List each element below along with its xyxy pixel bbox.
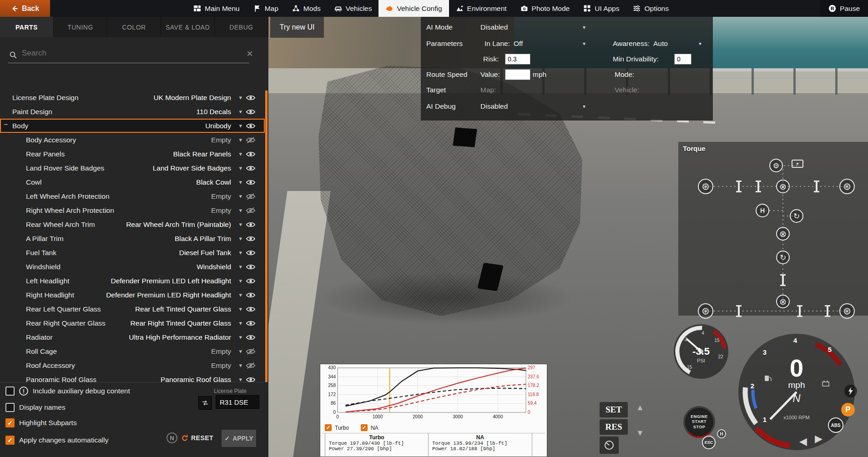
part-row[interactable]: Radiator Ultra High Performance Radiator (0, 330, 265, 344)
part-value[interactable]: Empty (211, 362, 231, 370)
chevron-down-icon[interactable] (239, 348, 242, 355)
part-row[interactable]: Roll Cage Empty (0, 344, 265, 358)
part-row[interactable]: Fuel Tank Diesel Fuel Tank (0, 246, 265, 260)
config-tab[interactable]: COLOR (107, 17, 161, 37)
config-tab[interactable]: PARTS (0, 17, 54, 37)
reset-button[interactable]: RESET (181, 432, 213, 443)
cruise-res-button[interactable]: RES (600, 419, 628, 435)
chevron-down-icon[interactable] (239, 151, 242, 157)
cruise-gauge-button[interactable] (600, 437, 619, 454)
chevron-down-icon[interactable] (239, 193, 242, 200)
try-new-ui-button[interactable]: Try new UI (270, 17, 324, 38)
part-row[interactable]: Roof Accessory Empty (0, 358, 265, 372)
part-value[interactable]: Unibody (205, 122, 231, 130)
decrease-arrow-icon[interactable] (636, 428, 644, 438)
menu-item-main-menu[interactable]: Main Menu (187, 0, 247, 17)
license-plate-randomize-button[interactable] (198, 396, 212, 410)
checkbox[interactable] (5, 403, 15, 412)
chevron-down-icon[interactable] (583, 40, 585, 47)
option-row-display-names[interactable]: Display names (5, 402, 66, 413)
chevron-down-icon[interactable] (239, 277, 242, 284)
chevron-down-icon[interactable] (239, 334, 242, 341)
route-speed-input[interactable] (505, 69, 530, 80)
eye-icon[interactable] (246, 291, 256, 299)
ai-mode-value[interactable]: Disabled (480, 23, 508, 31)
config-tab[interactable]: DEBUG (215, 17, 268, 37)
part-value[interactable]: Black Cowl (196, 178, 231, 186)
eye-icon[interactable] (246, 263, 256, 271)
checkbox[interactable] (5, 418, 15, 427)
eye-icon[interactable] (246, 136, 256, 144)
chevron-down-icon[interactable] (239, 362, 242, 369)
part-row[interactable]: Left Headlight Defender Premium LED Left… (0, 274, 265, 288)
chevron-down-icon[interactable] (239, 165, 242, 171)
part-value[interactable]: Diesel Fuel Tank (179, 249, 231, 257)
chevron-down-icon[interactable] (239, 207, 242, 214)
cruise-set-button[interactable]: SET (600, 402, 628, 417)
eye-icon[interactable] (246, 193, 256, 200)
license-plate-input[interactable] (216, 395, 259, 409)
part-row[interactable]: Body Accessory Empty (0, 133, 265, 147)
part-value[interactable]: Land Rover Side Badges (153, 164, 231, 172)
in-lane-value[interactable]: Off (514, 40, 523, 48)
part-row[interactable]: Body Unibody (0, 119, 265, 133)
option-row-debug-content[interactable]: Include auxiliary debug content (5, 385, 130, 397)
chevron-down-icon[interactable] (239, 235, 242, 242)
part-value[interactable]: 110 Decals (197, 108, 231, 116)
back-button[interactable]: Back (0, 0, 50, 17)
ai-debug-value[interactable]: Disabled (480, 102, 508, 110)
eye-icon[interactable] (246, 108, 256, 116)
eye-icon[interactable] (246, 334, 256, 341)
chevron-down-icon[interactable] (239, 136, 242, 143)
menu-item-photo-mode[interactable]: Photo Mode (514, 0, 577, 17)
part-row[interactable]: Rear Wheel Arch Trim Rear Wheel Arch Tri… (0, 217, 265, 231)
awareness-value[interactable]: Auto (653, 40, 668, 48)
chevron-down-icon[interactable] (583, 24, 585, 30)
part-value[interactable]: Ultra High Performance Radiator (129, 333, 231, 341)
menu-item-environment[interactable]: Environment (449, 0, 514, 17)
part-value[interactable]: Windshield (197, 263, 231, 271)
part-row[interactable]: Land Rover Side Badges Land Rover Side B… (0, 161, 265, 175)
menu-item-map[interactable]: Map (247, 0, 285, 17)
apply-button[interactable]: APPLY (222, 430, 256, 447)
eye-icon[interactable] (246, 362, 256, 369)
eye-icon[interactable] (246, 94, 256, 101)
eye-icon[interactable] (246, 348, 256, 355)
part-value[interactable]: Empty (211, 136, 231, 144)
collapse-toggle-icon[interactable] (4, 121, 8, 129)
legend-item-turbo[interactable]: Turbo (325, 424, 349, 431)
pause-button[interactable]: Pause (820, 0, 868, 17)
menu-item-ui-apps[interactable]: UI Apps (576, 0, 626, 17)
part-row[interactable]: Left Wheel Arch Protection Empty (0, 189, 265, 203)
config-tab[interactable]: TUNING (54, 17, 107, 37)
chevron-down-icon[interactable] (239, 221, 242, 228)
eye-icon[interactable] (246, 249, 256, 256)
part-row[interactable]: Rear Right Quarter Glass Rear Right Tint… (0, 316, 265, 330)
chevron-down-icon[interactable] (239, 179, 242, 186)
menu-item-mods[interactable]: Mods (285, 0, 328, 17)
part-value[interactable]: Rear Right Tinted Quarter Glass (131, 319, 231, 327)
part-row[interactable]: Right Headlight Defender Premium LED Rig… (0, 288, 265, 302)
eye-icon[interactable] (246, 306, 256, 313)
chevron-down-icon[interactable] (239, 108, 242, 115)
part-row[interactable]: A Pillar Trim Black A Pillar Trim (0, 231, 265, 246)
menu-item-vehicles[interactable]: Vehicles (328, 0, 379, 17)
chevron-down-icon[interactable] (699, 40, 701, 47)
part-value[interactable]: Empty (211, 347, 231, 356)
eye-icon[interactable] (246, 179, 256, 186)
part-value[interactable]: Empty (211, 206, 231, 215)
checkbox[interactable] (325, 424, 332, 431)
part-value[interactable]: Empty (211, 192, 231, 201)
chevron-down-icon[interactable] (239, 249, 242, 256)
eye-icon[interactable] (246, 277, 256, 285)
part-value[interactable]: Black Rear Panels (173, 150, 231, 158)
option-row-highlight-subparts[interactable]: Highlight Subparts (5, 417, 77, 429)
part-row[interactable]: Right Wheel Arch Protection Empty (0, 203, 265, 217)
parts-scrollbar[interactable] (265, 90, 267, 399)
eye-icon[interactable] (246, 320, 256, 327)
close-icon[interactable] (247, 48, 253, 59)
part-value[interactable]: Rear Left Tinted Quarter Glass (135, 305, 231, 313)
chevron-down-icon[interactable] (239, 306, 242, 312)
eye-icon[interactable] (246, 207, 256, 214)
checkbox[interactable] (5, 436, 15, 445)
